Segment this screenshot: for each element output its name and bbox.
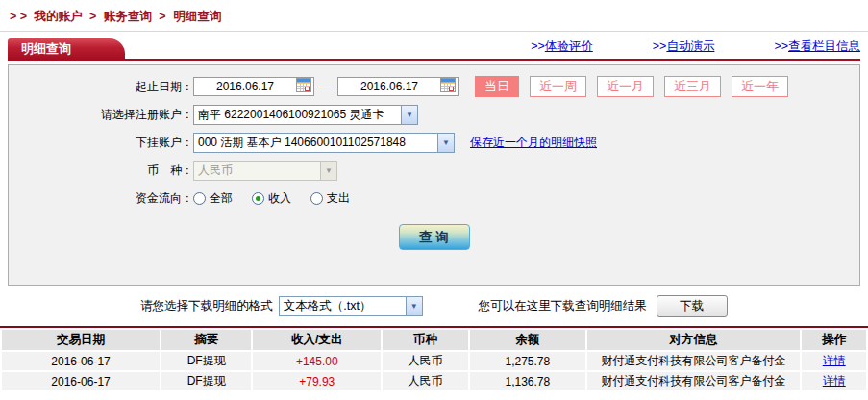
breadcrumb: > > 我的账户 > 账务查询 > 明细查询: [0, 0, 868, 32]
transaction-table: 交易日期 摘要 收入/支出 币种 余额 对方信息 操作 2016-06-17 D…: [0, 328, 868, 392]
currency-value: 人民币: [194, 162, 320, 179]
flow-option-all[interactable]: 全部: [210, 190, 233, 207]
table-row: 2016-06-17 DF提现 +79.93 人民币 1,136.78 财付通支…: [2, 372, 866, 390]
download-hint: 您可以在这里下载查询明细结果: [479, 298, 647, 314]
sub-account-select[interactable]: 000 活期 基本户 1406600101102571848 ▼: [193, 133, 455, 153]
calendar-icon[interactable]: [296, 78, 311, 95]
download-row: 请您选择下载明细的格式 文本格式（.txt） ▼ 您可以在这里下载查询明细结果 …: [0, 294, 868, 317]
page: > > 我的账户 > 账务查询 > 明细查询 明细查询 >>体验评价 >>自动演…: [0, 0, 868, 392]
cell-balance: 1,136.78: [470, 372, 585, 390]
registered-account-select[interactable]: 南平 6222001406100921065 灵通卡 ▼: [193, 105, 418, 125]
quick-date-2[interactable]: 近一月: [597, 76, 654, 97]
tab-detail-query[interactable]: 明细查询: [8, 38, 125, 59]
flow-radio-0[interactable]: [193, 192, 206, 205]
start-date-input[interactable]: 2016.06.17: [193, 77, 314, 96]
breadcrumb-item-my-account[interactable]: 我的账户: [35, 10, 83, 23]
tab-title: 明细查询: [21, 41, 71, 56]
header-links: >>体验评价 >>自动演示 >>查看栏目信息: [471, 38, 860, 59]
currency-label: 币 种：: [9, 162, 193, 179]
chevron-down-icon: ▼: [320, 162, 336, 180]
currency-row: 币 种： 人民币 ▼: [9, 160, 859, 181]
cell-counterparty: 财付通支付科技有限公司客户备付金: [587, 352, 801, 370]
breadcrumb-item-account-query[interactable]: 账务查询: [104, 10, 152, 23]
query-button[interactable]: 查 询: [399, 224, 470, 250]
table-header-row: 交易日期 摘要 收入/支出 币种 余额 对方信息 操作: [2, 330, 866, 350]
query-button-row: 查 询: [9, 224, 859, 250]
query-form-panel: 起止日期： 2016.06.17 —: [8, 64, 860, 286]
registered-account-value: 南平 6222001406100921065 灵通卡: [194, 107, 401, 123]
download-button[interactable]: 下载: [657, 295, 728, 317]
cell-counterparty: 财付通支付科技有限公司客户备付金: [587, 372, 801, 390]
sub-account-row: 下挂账户： 000 活期 基本户 1406600101102571848 ▼ 保…: [9, 132, 859, 153]
fund-flow-row: 资金流向： 全部 收入 支出: [9, 188, 859, 209]
registered-account-label: 请选择注册账户：: [9, 107, 193, 123]
cell-action: 详情: [802, 352, 866, 370]
calendar-icon[interactable]: [440, 78, 456, 95]
col-header-trade-date: 交易日期: [2, 330, 160, 350]
quick-date-3[interactable]: 近三月: [664, 76, 721, 97]
detail-link[interactable]: 详情: [823, 354, 846, 367]
link-view-column-info[interactable]: >>查看栏目信息: [774, 38, 860, 55]
date-range-row: 起止日期： 2016.06.17 —: [9, 76, 859, 97]
sub-account-label: 下挂账户：: [9, 135, 193, 151]
cell-summary: DF提现: [161, 372, 251, 390]
save-snapshot-link[interactable]: 保存近一个月的明细快照: [470, 135, 597, 151]
end-date-value: 2016.06.17: [338, 80, 440, 93]
table-row: 2016-06-17 DF提现 +145.00 人民币 1,275.78 财付通…: [2, 352, 866, 370]
end-date-input[interactable]: 2016.06.17: [337, 77, 459, 96]
cell-trade-date: 2016-06-17: [2, 352, 160, 370]
link-experience-rating[interactable]: >>体验评价: [531, 38, 593, 55]
date-separator: —: [320, 80, 332, 93]
col-header-counterparty: 对方信息: [587, 330, 801, 350]
col-header-currency: 币种: [383, 330, 468, 350]
cell-currency: 人民币: [383, 352, 468, 370]
chevron-down-icon: ▼: [437, 134, 454, 152]
col-header-action: 操作: [802, 330, 866, 350]
col-header-balance: 余额: [470, 330, 585, 350]
col-header-income-expense: 收入/支出: [253, 330, 381, 350]
cell-trade-date: 2016-06-17: [2, 372, 160, 390]
date-range-label: 起止日期：: [9, 79, 193, 95]
cell-balance: 1,275.78: [470, 352, 585, 370]
flow-radio-2[interactable]: [310, 192, 323, 205]
registered-account-row: 请选择注册账户： 南平 6222001406100921065 灵通卡 ▼: [9, 104, 859, 125]
cell-amount: +79.93: [253, 372, 381, 390]
breadcrumb-separator: >: [89, 10, 96, 23]
download-format-value: 文本格式（.txt）: [280, 298, 406, 314]
detail-link[interactable]: 详情: [823, 374, 846, 388]
flow-option-income[interactable]: 收入: [268, 190, 291, 207]
flow-radio-1[interactable]: [252, 192, 264, 205]
breadcrumb-arrows: > >: [10, 10, 27, 23]
quick-date-1[interactable]: 近一周: [530, 76, 586, 97]
cell-summary: DF提现: [161, 352, 251, 370]
chevron-down-icon: ▼: [406, 297, 422, 315]
download-format-label: 请您选择下载明细的格式: [140, 298, 273, 314]
cell-action: 详情: [802, 372, 866, 390]
cell-currency: 人民币: [383, 372, 468, 390]
quick-date-4[interactable]: 近一年: [732, 76, 788, 97]
fund-flow-label: 资金流向：: [9, 190, 193, 207]
sub-account-value: 000 活期 基本户 1406600101102571848: [194, 135, 437, 151]
tab-row: 明细查询 >>体验评价 >>自动演示 >>查看栏目信息: [8, 38, 860, 61]
breadcrumb-item-detail-query[interactable]: 明细查询: [173, 10, 221, 23]
cell-amount: +145.00: [253, 352, 381, 370]
currency-select: 人民币 ▼: [193, 161, 337, 181]
download-format-select[interactable]: 文本格式（.txt） ▼: [279, 296, 423, 316]
quick-date-0[interactable]: 当日: [475, 76, 519, 97]
chevron-down-icon: ▼: [401, 106, 417, 124]
breadcrumb-separator: >: [159, 10, 165, 23]
col-header-summary: 摘要: [161, 330, 251, 350]
link-auto-demo[interactable]: >>自动演示: [653, 38, 715, 55]
flow-option-expense[interactable]: 支出: [327, 190, 350, 207]
start-date-value: 2016.06.17: [194, 80, 296, 93]
